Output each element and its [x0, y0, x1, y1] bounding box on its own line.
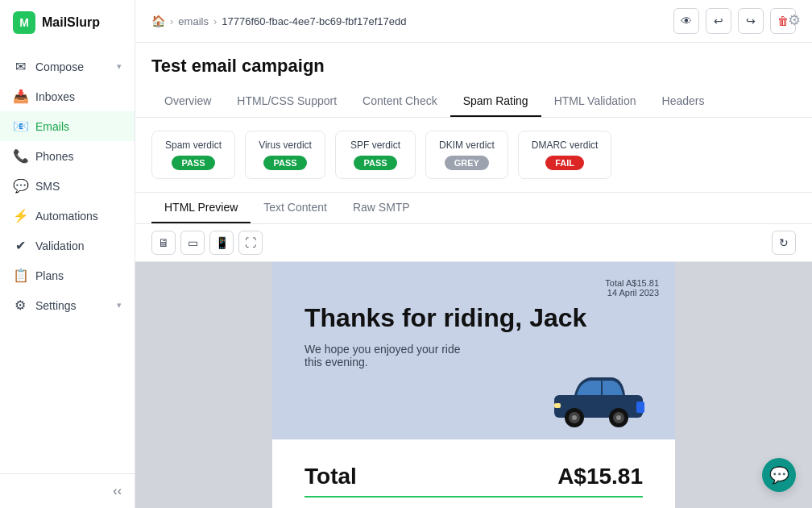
- phones-icon: 📞: [13, 148, 27, 164]
- automations-icon: ⚡: [13, 208, 27, 223]
- tab-headers[interactable]: Headers: [649, 86, 718, 117]
- preview-tab-html-preview[interactable]: HTML Preview: [151, 193, 251, 223]
- sidebar-item-plans[interactable]: 📋 Plans: [0, 260, 135, 290]
- verdict-card-dmarc: DMARC verdict FAIL: [518, 131, 612, 179]
- logo-name: MailSlurp: [42, 15, 100, 30]
- svg-point-3: [572, 415, 577, 420]
- sms-icon: 💬: [13, 178, 27, 194]
- refresh-button[interactable]: ↻: [772, 231, 796, 255]
- breadcrumb-email-id: 17776f60-fbac-4ee7-bc69-fbf17ef17edd: [222, 15, 406, 27]
- logo-icon: M: [13, 11, 35, 34]
- email-header-area: Total A$15.81 14 April 2023 Thanks for r…: [272, 262, 675, 439]
- total-label: Total: [304, 464, 357, 489]
- email-preview: Total A$15.81 14 April 2023 Thanks for r…: [135, 262, 812, 508]
- svg-rect-8: [554, 403, 561, 408]
- sidebar: M MailSlurp ✉ Compose ▾ 📥 Inboxes 📧 Emai…: [0, 0, 135, 508]
- mobile-view-button[interactable]: 📱: [209, 231, 234, 255]
- verdict-badge-dmarc: FAIL: [545, 156, 584, 170]
- sidebar-logo: M MailSlurp: [0, 0, 135, 45]
- sidebar-label-settings: Settings: [35, 299, 77, 312]
- sidebar-label-plans: Plans: [35, 269, 64, 282]
- verdict-badge-virus: PASS: [263, 156, 306, 170]
- verdict-card-spam: Spam verdict PASS: [151, 131, 235, 179]
- sidebar-label-phones: Phones: [35, 150, 73, 163]
- tab-html-css[interactable]: HTML/CSS Support: [224, 86, 350, 117]
- sidebar-item-settings[interactable]: ⚙ Settings ▾: [0, 290, 135, 320]
- verdict-section: Spam verdict PASS Virus verdict PASS SPF…: [135, 118, 812, 193]
- home-icon[interactable]: 🏠: [151, 15, 165, 27]
- page-title-bar: Test email campaign: [135, 43, 812, 86]
- sidebar-item-validation[interactable]: ✔ Validation: [0, 231, 135, 260]
- sidebar-item-emails[interactable]: 📧 Emails: [0, 111, 135, 141]
- view-button[interactable]: 👁: [673, 8, 699, 34]
- car-illustration: [546, 364, 651, 431]
- page-title: Test email campaign: [151, 56, 796, 77]
- tab-spam-rating[interactable]: Spam Rating: [450, 86, 541, 117]
- verdict-card-dkim: DKIM verdict GREY: [425, 131, 508, 179]
- sidebar-item-automations[interactable]: ⚡ Automations: [0, 201, 135, 231]
- email-content: Total A$15.81 14 April 2023 Thanks for r…: [272, 262, 675, 508]
- tablet-view-button[interactable]: ▭: [180, 231, 205, 255]
- verdict-badge-spf: PASS: [354, 156, 396, 170]
- reply-button[interactable]: ↩: [706, 8, 731, 34]
- preview-tabs: HTML PreviewText ContentRaw SMTP: [135, 193, 812, 224]
- email-header-top-right: Total A$15.81 14 April 2023: [605, 278, 659, 298]
- forward-button[interactable]: ↪: [738, 8, 764, 34]
- breadcrumb: 🏠 › emails › 17776f60-fbac-4ee7-bc69-fbf…: [151, 15, 406, 27]
- email-greeting-text: We hope you enjoyed your ride this eveni…: [304, 343, 466, 369]
- verdict-card-spf: SPF verdict PASS: [335, 131, 416, 179]
- sidebar-label-automations: Automations: [35, 210, 98, 223]
- tab-overview[interactable]: Overview: [151, 86, 224, 117]
- fullscreen-button[interactable]: ⛶: [238, 231, 263, 255]
- verdict-badge-dkim: GREY: [445, 156, 489, 170]
- breadcrumb-sep2: ›: [213, 15, 217, 27]
- inboxes-icon: 📥: [13, 89, 27, 104]
- verdict-card-virus: Virus verdict PASS: [245, 131, 325, 179]
- email-total-label: Total A$15.81: [605, 278, 659, 288]
- chat-bubble[interactable]: 💬: [762, 458, 796, 492]
- verdict-label-dkim: DKIM verdict: [439, 139, 495, 151]
- sidebar-item-phones[interactable]: 📞 Phones: [0, 141, 135, 171]
- email-greeting-title: Thanks for riding, Jack: [304, 302, 586, 333]
- verdict-label-spam: Spam verdict: [165, 139, 222, 151]
- sidebar-bottom: ‹‹: [0, 473, 135, 508]
- total-value: A$15.81: [557, 464, 643, 489]
- sidebar-item-sms[interactable]: 💬 SMS: [0, 171, 135, 201]
- plans-icon: 📋: [13, 268, 27, 283]
- compose-icon: ✉: [13, 59, 27, 74]
- verdict-label-dmarc: DMARC verdict: [532, 139, 599, 151]
- topbar: 🏠 › emails › 17776f60-fbac-4ee7-bc69-fbf…: [135, 0, 812, 43]
- settings-icon[interactable]: ⚙: [788, 11, 801, 29]
- preview-tab-raw-smtp[interactable]: Raw SMTP: [340, 193, 423, 223]
- breadcrumb-emails[interactable]: emails: [178, 15, 209, 27]
- sidebar-label-emails: Emails: [35, 120, 69, 133]
- main-tabs: OverviewHTML/CSS SupportContent CheckSpa…: [135, 86, 812, 118]
- sidebar-label-inboxes: Inboxes: [35, 90, 75, 103]
- sidebar-label-validation: Validation: [35, 239, 84, 252]
- collapse-button[interactable]: ‹‹: [13, 484, 122, 498]
- main-content: 🏠 › emails › 17776f60-fbac-4ee7-bc69-fbf…: [135, 0, 812, 508]
- sidebar-item-compose[interactable]: ✉ Compose ▾: [0, 52, 135, 81]
- preview-toolbar: 🖥 ▭ 📱 ⛶ ↻: [135, 224, 812, 262]
- sidebar-label-sms: SMS: [35, 180, 60, 193]
- settings-icon: ⚙: [13, 298, 27, 313]
- preview-toolbar-left: 🖥 ▭ 📱 ⛶: [151, 231, 263, 255]
- email-greeting: Thanks for riding, Jack We hope you enjo…: [304, 286, 586, 369]
- email-date: 14 April 2023: [605, 288, 659, 298]
- preview-tab-text-content[interactable]: Text Content: [251, 193, 340, 223]
- sidebar-item-inboxes[interactable]: 📥 Inboxes: [0, 81, 135, 111]
- desktop-view-button[interactable]: 🖥: [151, 231, 176, 255]
- svg-point-6: [616, 415, 621, 420]
- chevron-icon: ▾: [117, 300, 122, 310]
- total-row: Total A$15.81: [304, 464, 643, 489]
- emails-icon: 📧: [13, 119, 27, 134]
- divider: [304, 496, 643, 498]
- breadcrumb-sep1: ›: [170, 15, 173, 27]
- tab-content-check[interactable]: Content Check: [350, 86, 450, 117]
- chevron-icon: ▾: [117, 61, 122, 72]
- verdict-badge-spam: PASS: [172, 156, 214, 170]
- sidebar-nav: ✉ Compose ▾ 📥 Inboxes 📧 Emails 📞 Phones …: [0, 45, 135, 473]
- topbar-actions: 👁 ↩ ↪ 🗑: [673, 8, 796, 34]
- tab-html-validation[interactable]: HTML Validation: [541, 86, 649, 117]
- verdict-label-spf: SPF verdict: [350, 139, 400, 151]
